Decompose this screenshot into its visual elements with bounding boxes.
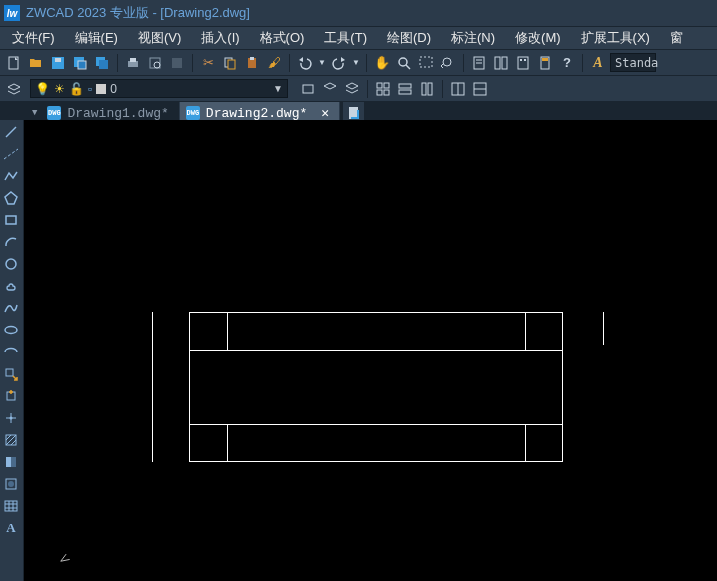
revcloud-icon[interactable] [0,276,22,296]
layer-combo[interactable]: 💡 ☀ 🔓 ▫ 0 ▼ [30,79,288,98]
menu-tools[interactable]: 工具(T) [314,26,377,50]
layer-state-icon[interactable] [320,79,340,99]
layer-manager-icon[interactable] [4,79,24,99]
zoom-realtime-icon[interactable] [394,53,414,73]
undo-icon[interactable] [295,53,315,73]
svg-rect-27 [524,59,526,61]
menu-extra[interactable]: 窗 [660,26,693,50]
menu-edit[interactable]: 编辑(E) [65,26,128,50]
open-icon[interactable] [26,53,46,73]
menu-dim[interactable]: 标注(N) [441,26,505,50]
ellipse-icon[interactable] [0,320,22,340]
svg-rect-25 [518,57,528,69]
print-preview-icon[interactable] [145,53,165,73]
svg-rect-8 [130,58,136,62]
menu-express[interactable]: 扩展工具(X) [571,26,660,50]
design-center-icon[interactable] [491,53,511,73]
drawing-canvas[interactable] [24,120,717,581]
layer-prev-icon[interactable] [298,79,318,99]
xline-icon[interactable] [0,144,22,164]
menu-draw[interactable]: 绘图(D) [377,26,441,50]
window-title: ZWCAD 2023 专业版 - [Drawing2.dwg] [26,4,250,22]
print-icon[interactable] [123,53,143,73]
ellipse-arc-icon[interactable] [0,342,22,362]
redo-dropdown-icon[interactable]: ▼ [351,53,361,73]
help-icon[interactable]: ? [557,53,577,73]
svg-point-10 [154,62,160,68]
svg-rect-47 [6,216,16,224]
copy-icon[interactable] [220,53,240,73]
svg-rect-29 [542,58,548,61]
calculator-icon[interactable] [535,53,555,73]
redo-icon[interactable] [329,53,349,73]
crosshair-cursor [59,547,75,567]
line-icon[interactable] [0,122,22,142]
dimstyle-icon[interactable]: A [588,53,608,73]
paste-icon[interactable] [242,53,262,73]
menu-modify[interactable]: 修改(M) [505,26,571,50]
svg-rect-36 [399,90,411,94]
save-icon[interactable] [48,53,68,73]
rectangle-icon[interactable] [0,210,22,230]
tile-v-icon[interactable] [470,79,490,99]
svg-line-44 [6,127,16,137]
table-icon[interactable] [0,496,22,516]
menu-insert[interactable]: 插入(I) [191,26,249,50]
point-icon[interactable] [0,408,22,428]
svg-rect-15 [250,57,254,60]
svg-point-19 [443,58,451,66]
grid2-icon[interactable] [395,79,415,99]
draw-toolbar: A [0,120,24,581]
menu-format[interactable]: 格式(O) [250,26,315,50]
insert-block-icon[interactable] [0,364,22,384]
tool-palette-icon[interactable] [513,53,533,73]
svg-rect-50 [6,369,13,376]
svg-rect-35 [399,84,411,88]
svg-rect-33 [377,90,382,95]
circle-icon[interactable] [0,254,22,274]
tile-h-icon[interactable] [448,79,468,99]
cut-icon[interactable]: ✂ [198,53,218,73]
tab-dropdown-icon[interactable]: ▼ [32,108,37,118]
zoom-previous-icon[interactable] [438,53,458,73]
pan-icon[interactable]: ✋ [372,53,392,73]
polygon-icon[interactable] [0,188,22,208]
zoom-window-icon[interactable] [416,53,436,73]
arc-icon[interactable] [0,232,22,252]
menu-view[interactable]: 视图(V) [128,26,191,50]
layer-iso-icon[interactable] [342,79,362,99]
svg-rect-6 [99,60,108,69]
sun-icon: ☀ [54,82,65,96]
chevron-down-icon: ▼ [273,83,283,94]
svg-rect-26 [520,59,522,61]
close-icon[interactable]: ✕ [321,105,329,121]
new-icon[interactable] [4,53,24,73]
gradient-icon[interactable] [0,452,22,472]
spline-icon[interactable] [0,298,22,318]
saveall-icon[interactable] [92,53,112,73]
svg-point-48 [6,259,16,269]
svg-rect-4 [78,61,86,69]
properties-icon[interactable] [469,53,489,73]
svg-rect-62 [6,457,11,467]
grid1-icon[interactable] [373,79,393,99]
publish-icon[interactable] [167,53,187,73]
menu-bar: 文件(F) 编辑(E) 视图(V) 插入(I) 格式(O) 工具(T) 绘图(D… [0,26,717,50]
text-icon[interactable]: A [0,518,22,538]
svg-rect-24 [502,57,507,69]
plot-icon: ▫ [88,82,92,96]
svg-rect-31 [377,83,382,88]
drawing-content [24,120,717,581]
undo-dropdown-icon[interactable]: ▼ [317,53,327,73]
matchprop-icon[interactable]: 🖌 [264,53,284,73]
menu-file[interactable]: 文件(F) [2,26,65,50]
svg-line-58 [6,435,11,440]
saveas-icon[interactable] [70,53,90,73]
make-block-icon[interactable] [0,386,22,406]
textstyle-combo[interactable]: Standa [610,53,656,72]
region-icon[interactable] [0,474,22,494]
layer-name: 0 [110,82,117,96]
grid3-icon[interactable] [417,79,437,99]
polyline-icon[interactable] [0,166,22,186]
hatch-icon[interactable] [0,430,22,450]
